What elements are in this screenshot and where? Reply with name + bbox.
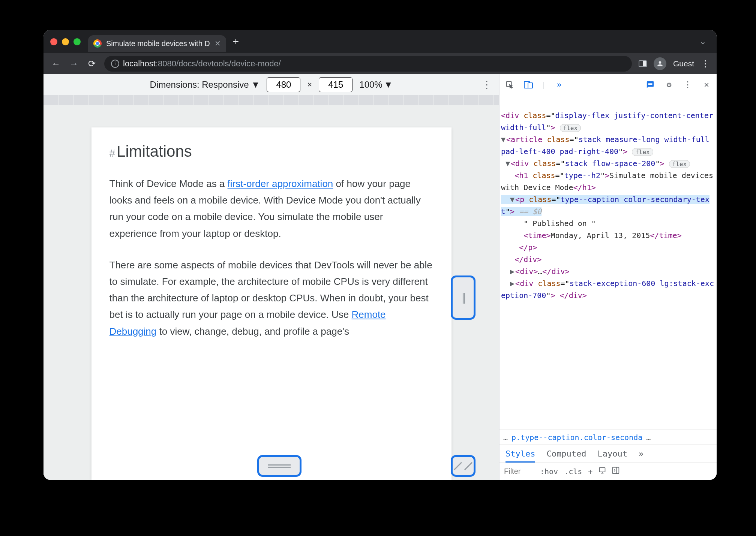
site-info-icon[interactable]: i — [111, 60, 119, 68]
maximize-window-button[interactable] — [74, 38, 81, 45]
times-symbol: × — [307, 80, 312, 90]
close-devtools-icon[interactable]: ✕ — [701, 79, 712, 90]
url-text: localhost:8080/docs/devtools/device-mode… — [123, 59, 281, 69]
chevron-down-icon: ▼ — [384, 79, 393, 90]
tab-styles[interactable]: Styles — [506, 449, 535, 463]
profile-avatar-icon[interactable] — [654, 57, 666, 70]
more-tabs-icon[interactable]: » — [554, 79, 565, 90]
styles-tabs: Styles Computed Layout » — [500, 445, 717, 463]
page-content: #Limitations Think of Device Mode as a f… — [92, 127, 452, 480]
zoom-dropdown[interactable]: 100%▼ — [359, 79, 393, 90]
toolbar: ← → ⟳ i localhost:8080/docs/devtools/dev… — [44, 53, 717, 74]
close-window-button[interactable] — [50, 38, 57, 45]
elements-panel[interactable]: <div class="display-flex justify-content… — [500, 95, 717, 430]
height-input[interactable] — [319, 77, 352, 92]
browser-window: Simulate mobile devices with D ✕ + ⌄ ← →… — [44, 30, 717, 480]
inspect-element-icon[interactable] — [504, 79, 515, 90]
forward-button[interactable]: → — [68, 58, 80, 69]
device-icon[interactable] — [598, 467, 606, 476]
chat-icon[interactable] — [645, 79, 656, 90]
dimensions-dropdown[interactable]: Dimensions: Responsive▼ — [150, 79, 260, 90]
svg-rect-2 — [528, 83, 532, 88]
ruler — [44, 95, 499, 105]
resize-handle-right[interactable]: || — [451, 275, 476, 320]
heading-limitations: #Limitations — [110, 142, 434, 160]
chrome-favicon-icon — [93, 39, 102, 48]
link-first-order[interactable]: first-order approximation — [228, 178, 333, 189]
svg-rect-3 — [600, 468, 605, 472]
browser-tab[interactable]: Simulate mobile devices with D ✕ — [88, 35, 226, 52]
tab-layout[interactable]: Layout — [597, 449, 627, 458]
new-rule-icon[interactable]: + — [588, 467, 592, 476]
tab-title: Simulate mobile devices with D — [106, 39, 210, 48]
device-toolbar: Dimensions: Responsive▼ × 100%▼ ⋮ — [44, 74, 499, 95]
side-panel-icon[interactable] — [639, 60, 647, 67]
cls-toggle[interactable]: .cls — [564, 467, 582, 476]
tab-list-chevron-icon[interactable]: ⌄ — [699, 37, 706, 46]
sidebar-toggle-icon[interactable] — [612, 467, 620, 476]
more-tabs-icon[interactable]: » — [639, 449, 644, 458]
width-input[interactable] — [267, 77, 300, 92]
paragraph: Think of Device Mode as a first-order ap… — [110, 175, 434, 242]
chevron-down-icon: ▼ — [251, 79, 260, 90]
reload-button[interactable]: ⟳ — [86, 58, 98, 69]
simulated-viewport: #Limitations Think of Device Mode as a f… — [44, 105, 499, 480]
back-button[interactable]: ← — [50, 58, 62, 69]
devtools-menu-icon[interactable]: ⋮ — [682, 79, 693, 90]
styles-filter-input[interactable] — [504, 467, 534, 476]
new-tab-button[interactable]: + — [233, 36, 239, 48]
hov-toggle[interactable]: :hov — [540, 467, 558, 476]
devtools-toolbar: | » ⚙ ⋮ ✕ — [500, 74, 717, 95]
window-controls — [50, 38, 81, 45]
settings-gear-icon[interactable]: ⚙ — [663, 79, 675, 90]
tab-bar: Simulate mobile devices with D ✕ + ⌄ — [44, 30, 717, 53]
breadcrumb-bar[interactable]: … p.type--caption.color-seconda … — [500, 430, 717, 445]
tab-computed[interactable]: Computed — [546, 449, 586, 458]
resize-handle-corner[interactable] — [451, 455, 476, 477]
devtools-panel: | » ⚙ ⋮ ✕ <div class="display-flex justi… — [499, 74, 717, 480]
minimize-window-button[interactable] — [62, 38, 69, 45]
close-tab-icon[interactable]: ✕ — [214, 39, 221, 48]
paragraph: There are some aspects of mobile devices… — [110, 257, 434, 340]
resize-handle-bottom[interactable] — [257, 455, 302, 477]
browser-menu-icon[interactable]: ⋮ — [701, 58, 710, 69]
styles-filter-bar: :hov .cls + — [500, 463, 717, 480]
address-bar[interactable]: i localhost:8080/docs/devtools/device-mo… — [104, 56, 632, 72]
toggle-device-icon[interactable] — [523, 79, 534, 90]
device-options-icon[interactable]: ⋮ — [482, 79, 492, 91]
profile-label[interactable]: Guest — [673, 59, 694, 68]
svg-rect-4 — [613, 467, 619, 474]
viewport-pane: Dimensions: Responsive▼ × 100%▼ ⋮ #Limit… — [44, 74, 499, 480]
